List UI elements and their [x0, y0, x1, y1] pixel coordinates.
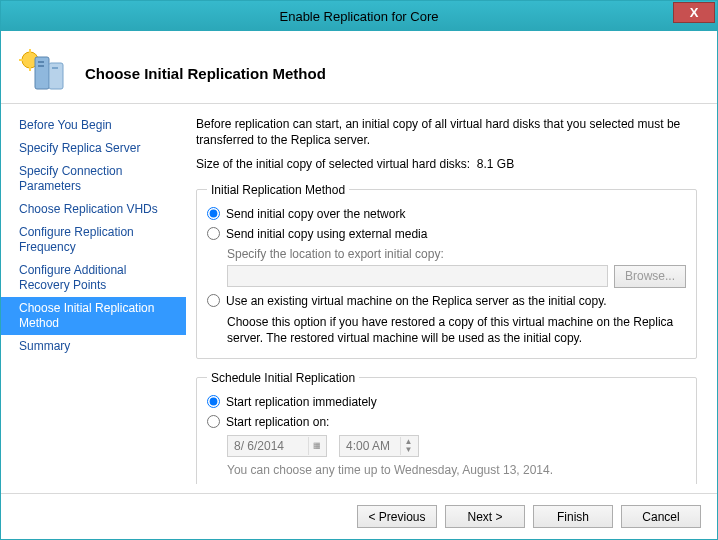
- titlebar: Enable Replication for Core X: [1, 1, 717, 31]
- close-button[interactable]: X: [673, 2, 715, 23]
- method-legend: Initial Replication Method: [207, 183, 349, 197]
- export-path-input: [227, 265, 608, 287]
- wizard-header: Choose Initial Replication Method: [1, 31, 717, 103]
- svg-rect-8: [38, 65, 44, 67]
- radio-send-over-network[interactable]: [207, 207, 220, 220]
- calendar-icon: ▦: [308, 437, 324, 455]
- step-choose-replication-vhds[interactable]: Choose Replication VHDs: [1, 198, 186, 221]
- wizard-sidebar: Before You Begin Specify Replica Server …: [1, 104, 186, 484]
- wizard-content: Before replication can start, an initial…: [186, 104, 717, 484]
- time-picker: 4:00 AM ▲▼: [339, 435, 419, 457]
- schedule-legend: Schedule Initial Replication: [207, 371, 359, 385]
- label-send-over-network[interactable]: Send initial copy over the network: [226, 207, 405, 221]
- date-picker: 8/ 6/2014 ▦: [227, 435, 327, 457]
- radio-use-existing-vm[interactable]: [207, 294, 220, 307]
- step-specify-replica-server[interactable]: Specify Replica Server: [1, 137, 186, 160]
- svg-rect-9: [52, 67, 58, 69]
- svg-rect-6: [49, 63, 63, 89]
- cancel-button[interactable]: Cancel: [621, 505, 701, 528]
- initial-replication-method-group: Initial Replication Method Send initial …: [196, 183, 697, 359]
- radio-start-on[interactable]: [207, 415, 220, 428]
- window-title: Enable Replication for Core: [280, 9, 439, 24]
- schedule-initial-replication-group: Schedule Initial Replication Start repli…: [196, 371, 697, 484]
- size-label: Size of the initial copy of selected vir…: [196, 157, 470, 171]
- svg-rect-3: [19, 59, 23, 61]
- time-value: 4:00 AM: [346, 439, 396, 453]
- size-line: Size of the initial copy of selected vir…: [196, 156, 697, 172]
- radio-send-external-media[interactable]: [207, 227, 220, 240]
- finish-button[interactable]: Finish: [533, 505, 613, 528]
- svg-rect-7: [38, 61, 44, 63]
- step-configure-recovery-points[interactable]: Configure Additional Recovery Points: [1, 259, 186, 297]
- label-use-existing-vm[interactable]: Use an existing virtual machine on the R…: [226, 294, 607, 308]
- label-send-external-media[interactable]: Send initial copy using external media: [226, 227, 427, 241]
- wizard-footer: < Previous Next > Finish Cancel: [1, 493, 717, 539]
- browse-button: Browse...: [614, 265, 686, 288]
- previous-button[interactable]: < Previous: [357, 505, 437, 528]
- size-value: 8.1 GB: [477, 157, 514, 171]
- step-configure-replication-frequency[interactable]: Configure Replication Frequency: [1, 221, 186, 259]
- svg-rect-1: [29, 49, 31, 53]
- existing-help-text: Choose this option if you have restored …: [227, 314, 686, 346]
- svg-rect-2: [29, 67, 31, 71]
- next-button[interactable]: Next >: [445, 505, 525, 528]
- date-value: 8/ 6/2014: [234, 439, 304, 453]
- radio-start-immediately[interactable]: [207, 395, 220, 408]
- page-title: Choose Initial Replication Method: [85, 65, 326, 82]
- time-spinner: ▲▼: [400, 437, 416, 455]
- label-start-on[interactable]: Start replication on:: [226, 415, 329, 429]
- step-before-you-begin[interactable]: Before You Begin: [1, 114, 186, 137]
- intro-text: Before replication can start, an initial…: [196, 116, 697, 148]
- wizard-icon: [19, 49, 67, 97]
- step-specify-connection-parameters[interactable]: Specify Connection Parameters: [1, 160, 186, 198]
- step-summary[interactable]: Summary: [1, 335, 186, 358]
- schedule-hint: You can choose any time up to Wednesday,…: [227, 463, 686, 477]
- external-sub-label: Specify the location to export initial c…: [227, 247, 686, 261]
- step-choose-initial-replication-method[interactable]: Choose Initial Replication Method: [1, 297, 186, 335]
- label-start-immediately[interactable]: Start replication immediately: [226, 395, 377, 409]
